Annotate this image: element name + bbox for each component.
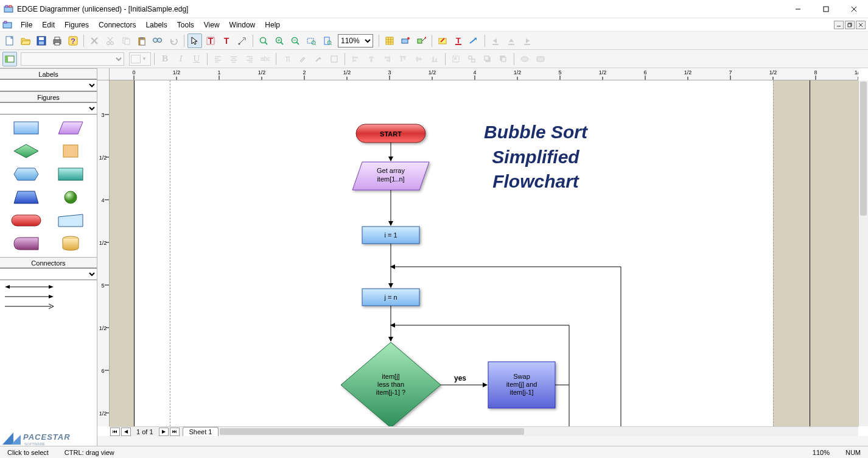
zoom-button[interactable] xyxy=(256,33,271,48)
canvas-viewport[interactable]: Bubble Sort Simplified Flowchart xyxy=(110,80,858,426)
arrow-tool-button[interactable] xyxy=(467,33,481,48)
find-button[interactable] xyxy=(150,33,165,48)
new-button[interactable] xyxy=(2,33,17,48)
mdi-close[interactable] xyxy=(856,21,866,29)
menu-figures[interactable]: Figures xyxy=(60,19,94,30)
zoom-in-button[interactable] xyxy=(272,33,287,48)
menu-help[interactable]: Help xyxy=(260,19,285,30)
sheet-next[interactable]: ▶ xyxy=(159,428,169,436)
bold-button[interactable]: B xyxy=(158,52,172,66)
front-button[interactable] xyxy=(480,52,495,66)
open-button[interactable] xyxy=(18,33,33,48)
menu-connectors[interactable]: Connectors xyxy=(94,19,141,30)
align-left-button[interactable] xyxy=(211,52,225,66)
palette-terminator[interactable] xyxy=(6,212,46,229)
align-right-button[interactable] xyxy=(242,52,257,66)
palette-square[interactable] xyxy=(51,143,91,160)
palette-display[interactable] xyxy=(6,235,46,252)
nudge-right-button[interactable] xyxy=(520,33,534,48)
panel-toggle[interactable] xyxy=(2,52,17,66)
minimize-button[interactable] xyxy=(784,0,812,18)
text-tool[interactable]: T xyxy=(203,33,218,48)
node-init-j[interactable]: j = n xyxy=(362,289,419,306)
zoom-area-button[interactable] xyxy=(304,33,318,48)
group-button[interactable] xyxy=(449,52,463,66)
delete-button[interactable] xyxy=(87,33,102,48)
align-objects-c[interactable] xyxy=(364,52,379,66)
palette-circle[interactable] xyxy=(51,189,91,206)
link-button[interactable] xyxy=(517,52,532,66)
palette-trapezoid[interactable] xyxy=(6,189,46,206)
zoom-out-button[interactable] xyxy=(288,33,303,48)
node-start[interactable]: START xyxy=(356,124,425,143)
palette-database[interactable] xyxy=(51,235,91,252)
underline-button[interactable]: U xyxy=(189,52,204,66)
align-objects-b[interactable] xyxy=(427,52,442,66)
sheet-first[interactable]: ⏮ xyxy=(110,428,120,436)
sheet-last[interactable]: ⏭ xyxy=(170,428,180,436)
italic-button[interactable]: I xyxy=(173,52,188,66)
connector-open-arrow[interactable] xyxy=(5,303,92,309)
menu-view[interactable]: View xyxy=(199,19,225,30)
nudge-left-button[interactable] xyxy=(488,33,503,48)
cut-button[interactable] xyxy=(103,33,117,48)
nudge-up-button[interactable] xyxy=(504,33,519,48)
palette-process[interactable] xyxy=(51,166,91,183)
align-objects-t[interactable] xyxy=(396,52,410,66)
align-center-button[interactable] xyxy=(226,52,241,66)
text-tool-2[interactable]: T xyxy=(219,33,234,48)
abc-button[interactable]: abc xyxy=(258,52,273,66)
undo-button[interactable] xyxy=(166,33,181,48)
align-objects-m[interactable] xyxy=(411,52,426,66)
copy-button[interactable] xyxy=(119,33,133,48)
select-tool[interactable] xyxy=(187,33,202,48)
label-yes[interactable]: yes xyxy=(454,374,466,382)
align-objects-r[interactable] xyxy=(380,52,394,66)
zoom-select[interactable]: 110% xyxy=(338,34,373,48)
close-button[interactable] xyxy=(840,0,868,18)
node-swap[interactable]: Swap item[j] and item[j-1] xyxy=(488,362,555,408)
border-button[interactable] xyxy=(327,52,341,66)
menu-labels[interactable]: Labels xyxy=(141,19,172,30)
palette-hexagon[interactable] xyxy=(6,166,46,183)
node-decision[interactable]: item[j] less than item[j-1] ? xyxy=(341,342,441,426)
snap-figure-button[interactable] xyxy=(398,33,413,48)
connector-tool[interactable] xyxy=(235,33,250,48)
connectors-select[interactable] xyxy=(0,268,97,280)
menu-file[interactable]: File xyxy=(16,19,37,30)
connector-arrow[interactable] xyxy=(5,294,92,300)
paste-button[interactable] xyxy=(135,33,149,48)
snap-connector-button[interactable] xyxy=(414,33,429,48)
fill-brush-button[interactable] xyxy=(295,52,310,66)
palette-manual[interactable] xyxy=(51,212,91,229)
text-color-button[interactable]: T xyxy=(451,33,466,48)
palette-rectangle[interactable] xyxy=(6,119,46,136)
sheet-tab-1[interactable]: Sheet 1 xyxy=(183,427,219,436)
palette-parallelogram[interactable] xyxy=(51,119,91,136)
mdi-restore[interactable] xyxy=(845,21,855,29)
menu-tools[interactable]: Tools xyxy=(172,19,199,30)
back-button[interactable] xyxy=(496,52,511,66)
color-well[interactable]: ▼ xyxy=(129,52,151,66)
node-init-i[interactable]: i = 1 xyxy=(362,227,419,244)
scrollbar-horizontal[interactable] xyxy=(219,427,858,436)
ungroup-button[interactable] xyxy=(464,52,479,66)
highlight-button[interactable] xyxy=(435,33,450,48)
menu-edit[interactable]: Edit xyxy=(37,19,60,30)
connector-double-arrow[interactable] xyxy=(5,284,92,290)
palette-diamond[interactable] xyxy=(6,143,46,160)
labels-select[interactable] xyxy=(0,79,97,91)
zoom-page-button[interactable] xyxy=(320,33,334,48)
mdi-minimize[interactable] xyxy=(834,21,844,29)
help-button[interactable]: ? xyxy=(66,33,80,48)
maximize-button[interactable] xyxy=(812,0,840,18)
align-objects-l[interactable] xyxy=(348,52,363,66)
grid-button[interactable] xyxy=(382,33,397,48)
scrollbar-vertical[interactable] xyxy=(858,80,868,426)
note-button[interactable] xyxy=(533,52,548,66)
figures-select[interactable] xyxy=(0,102,97,114)
text-height-button[interactable]: T xyxy=(279,52,294,66)
print-button[interactable] xyxy=(50,33,65,48)
line-style-button[interactable] xyxy=(311,52,326,66)
node-input[interactable]: Get array item[1..n] xyxy=(352,162,429,190)
